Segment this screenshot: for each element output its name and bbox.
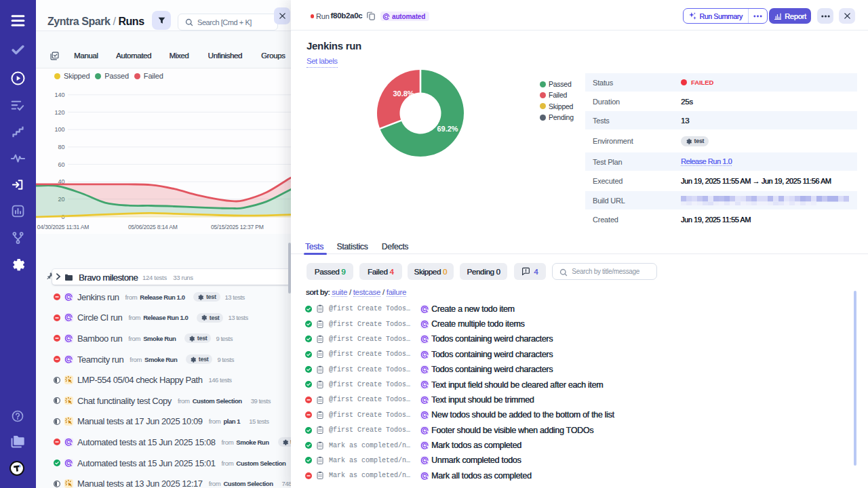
svg-text:100: 100 (54, 126, 64, 133)
svg-text:05/06/2025 8:14 AM: 05/06/2025 8:14 AM (128, 224, 178, 230)
svg-text:30.8%: 30.8% (393, 89, 414, 98)
svg-text:05/15/2025 12:37 PM: 05/15/2025 12:37 PM (211, 224, 264, 230)
svg-text:60: 60 (58, 161, 64, 168)
svg-text:140: 140 (54, 92, 64, 98)
svg-text:80: 80 (58, 144, 64, 150)
svg-text:69.2%: 69.2% (437, 125, 458, 133)
svg-text:04/30/2025 11:31 AM: 04/30/2025 11:31 AM (37, 224, 90, 230)
svg-text:120: 120 (54, 109, 64, 116)
